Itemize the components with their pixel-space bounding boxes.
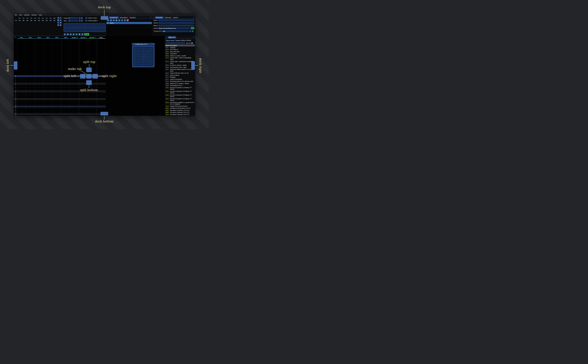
split-top-target[interactable] bbox=[86, 68, 92, 72]
orders-swap-button[interactable] bbox=[57, 24, 59, 26]
menu-item-edit[interactable]: edit bbox=[19, 14, 22, 16]
channel-header-square-1[interactable]: Square 1 bbox=[70, 36, 79, 39]
pattern-expand-button[interactable]: ++ bbox=[14, 37, 16, 38]
pattern-row[interactable]: 21 bbox=[14, 115, 106, 116]
orders-cell[interactable]: 00 bbox=[53, 20, 56, 21]
instruments-tab-samples[interactable]: Samples bbox=[129, 16, 137, 19]
tuning-input[interactable]: 440 bbox=[162, 30, 189, 32]
dock-top-target[interactable] bbox=[101, 16, 108, 20]
orders-remove-button[interactable] bbox=[60, 17, 62, 19]
menu-item-window[interactable]: window bbox=[32, 14, 37, 16]
channel-header-fm-4[interactable]: FM 4 bbox=[44, 36, 53, 39]
effect-row[interactable]: 1AxxSet attack of operator 1 (0 to 1F) bbox=[165, 109, 195, 111]
channel-header-square-2[interactable]: Square 2 bbox=[79, 36, 88, 39]
song-tab-song-info[interactable]: Song Info bbox=[155, 16, 163, 19]
pattern-row[interactable]: 12 bbox=[14, 98, 106, 100]
effect-row[interactable]: 09xxSet groove pattern (speed 1 if no gr… bbox=[165, 69, 195, 72]
effect-row[interactable]: 0BxxJump to pattern bbox=[165, 74, 195, 76]
hamburger-menu-button[interactable] bbox=[191, 42, 193, 44]
orders-pointer-button[interactable] bbox=[60, 24, 62, 26]
effect-row[interactable]: 10xySetup LFO (x: enable; y: speed) bbox=[165, 83, 195, 84]
pattern-row[interactable]: 10 bbox=[14, 94, 106, 96]
step-increment-button[interactable]: + bbox=[81, 20, 83, 22]
song-album-input[interactable] bbox=[158, 25, 194, 27]
chevron-down-icon[interactable]: ▼ bbox=[153, 17, 155, 18]
orders-cell[interactable]: 00 bbox=[33, 20, 37, 21]
effect-row[interactable]: 17xxToggle PCM mode (LEGACY) bbox=[165, 105, 195, 107]
channel-header-fm-6[interactable]: FM 6 bbox=[61, 36, 70, 39]
split-right-target[interactable] bbox=[92, 74, 98, 78]
menu-item-help[interactable]: help bbox=[39, 14, 42, 16]
effect-row[interactable]: 0CxxRetrigger bbox=[165, 76, 195, 78]
orders-cell[interactable]: 00 bbox=[26, 20, 29, 21]
pattern-row[interactable]: 18 bbox=[14, 109, 106, 111]
pattern-row[interactable]: 19 bbox=[14, 111, 106, 113]
pattern-row[interactable]: 0 bbox=[14, 75, 106, 77]
transport-play-pattern-button[interactable] bbox=[70, 33, 72, 36]
orders-cell[interactable]: 00 bbox=[45, 20, 49, 21]
orders-cell[interactable]: 00 bbox=[37, 20, 41, 21]
effect-row[interactable]: 07xyTremolo (x: speed; y: depth) bbox=[165, 64, 195, 66]
effect-row[interactable]: 01xxPitch slide up bbox=[165, 49, 195, 51]
follow-orders-checkbox[interactable]: ✓ Follow orders bbox=[85, 17, 97, 19]
orders-add-button[interactable] bbox=[57, 17, 59, 19]
pattern-row[interactable]: 9 bbox=[14, 92, 106, 94]
effect-row[interactable]: 0DxxJump to next pattern bbox=[165, 78, 195, 80]
system-value[interactable]: Sega Genesis/Mega Drive bbox=[158, 27, 190, 29]
instruments-tree-button[interactable] bbox=[118, 19, 120, 21]
effect-row[interactable]: 13xxSet level of operator 2 (0 highest, … bbox=[165, 90, 195, 94]
effect-row[interactable]: 15xxSet level of operator 4 (0 highest, … bbox=[165, 98, 195, 102]
effect-row[interactable]: 0AxyVolume slide (0y: down; x0: up) bbox=[165, 72, 195, 74]
song-name-input[interactable] bbox=[158, 19, 194, 21]
transport-metronome-button[interactable] bbox=[78, 33, 81, 36]
close-icon[interactable]: × bbox=[153, 43, 154, 45]
effect-row[interactable]: 02xxPitch slide down bbox=[165, 51, 195, 53]
step-decrement-button[interactable]: - bbox=[79, 20, 80, 22]
pattern-row[interactable]: 13 bbox=[14, 100, 106, 102]
dock-bottom-target[interactable] bbox=[100, 112, 108, 115]
transport-repeat-button[interactable] bbox=[81, 33, 84, 36]
pattern-row[interactable]: 17 bbox=[14, 108, 106, 109]
transport-play-button[interactable] bbox=[64, 33, 66, 36]
instrument-list-item[interactable]: - None - bbox=[106, 22, 152, 24]
song-tab-subsongs[interactable]: Subsongs bbox=[164, 16, 172, 19]
pattern-row[interactable]: 14 bbox=[14, 102, 106, 104]
dock-left-target[interactable] bbox=[14, 61, 17, 69]
search-input[interactable] bbox=[165, 42, 185, 44]
orders-cell[interactable]: 00 bbox=[22, 20, 26, 21]
transport-step-row-button[interactable] bbox=[73, 33, 75, 36]
transport-edit-button[interactable] bbox=[75, 33, 78, 36]
song-author-input[interactable] bbox=[158, 22, 194, 24]
channel-header-square-3[interactable]: Square 3 bbox=[88, 36, 97, 39]
pattern-row[interactable]: 2 bbox=[14, 79, 106, 81]
pattern-row[interactable]: 1 bbox=[14, 77, 106, 79]
close-icon[interactable]: × bbox=[192, 16, 195, 19]
instruments-arrow-up-button[interactable] bbox=[121, 19, 123, 21]
effect-row[interactable]: 06xyVolume slide + portamento (compatibi… bbox=[165, 61, 195, 64]
effect-row[interactable]: 11xxSet feedback (0 to 7) bbox=[165, 84, 195, 87]
effect-row[interactable]: 08xySet panning (x: left; y: right) bbox=[165, 66, 195, 69]
close-icon[interactable]: × bbox=[192, 36, 195, 39]
orders-cell[interactable]: 00 bbox=[49, 20, 53, 21]
pattern-row[interactable]: 11 bbox=[14, 96, 106, 98]
octave-increment-button[interactable]: + bbox=[81, 17, 83, 19]
orders-duplicate-button[interactable] bbox=[57, 19, 59, 21]
pattern-row[interactable]: 4 bbox=[14, 83, 106, 84]
transport-stop-button[interactable] bbox=[66, 33, 69, 36]
split-bottom-target[interactable] bbox=[86, 80, 92, 85]
menu-item-settings[interactable]: settings bbox=[24, 14, 29, 16]
pattern-row[interactable]: 16 bbox=[14, 106, 106, 108]
song-tab-speed[interactable]: Speed bbox=[172, 16, 179, 19]
pattern-row[interactable]: 20 bbox=[14, 113, 106, 115]
channel-header-fm-5[interactable]: FM 5 bbox=[53, 36, 61, 39]
pattern-row[interactable]: 6 bbox=[14, 87, 106, 89]
effect-row[interactable]: 19xxSet attack of all operators (0 to 1F… bbox=[165, 107, 195, 110]
dock-right-target[interactable] bbox=[191, 61, 195, 69]
effect-row[interactable]: 0FxxSet speed (speed 2 if no grooves exi… bbox=[165, 80, 195, 83]
orders-cell[interactable]: 00 bbox=[18, 20, 22, 21]
effect-row[interactable]: 1BxxSet attack of operator 2 (0 to 1F) bbox=[165, 111, 195, 114]
instruments-delete-button[interactable] bbox=[126, 19, 129, 21]
channel-header-fm-1[interactable]: FM 1 bbox=[17, 36, 26, 39]
instruments-save-button[interactable] bbox=[115, 19, 118, 21]
channel-header-fm-2[interactable]: FM 2 bbox=[26, 36, 35, 39]
